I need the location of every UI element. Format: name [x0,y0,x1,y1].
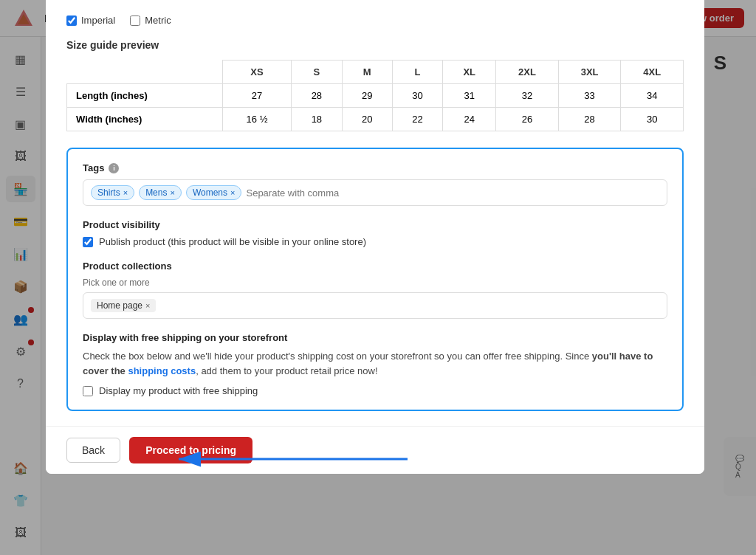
size-guide-title: Size guide preview [66,39,684,51]
units-row: Imperial Metric [66,15,684,26]
collection-text-input[interactable] [160,300,659,311]
cell-length-2xl: 32 [496,84,559,108]
highlighted-section: Tags i Shirts × Mens × Womens × [66,148,684,411]
free-shipping-title: Display with free shipping on your store… [83,332,667,343]
visibility-title: Product visibility [83,219,667,230]
col-header-4xl: 4XL [621,61,684,84]
col-header-2xl: 2XL [496,61,559,84]
tag-shirts: Shirts × [91,185,134,200]
collections-title: Product collections [83,261,667,272]
metric-checkbox[interactable] [130,15,140,26]
imperial-label[interactable]: Imperial [66,15,115,26]
cell-width-m: 20 [342,108,392,131]
cell-width-4xl: 30 [621,108,684,131]
cell-width-2xl: 26 [496,108,559,131]
cell-length-xl: 31 [443,84,496,108]
collection-tag-homepage: Home page × [91,299,156,312]
cell-width-xl: 24 [443,108,496,131]
col-header-empty [67,61,223,84]
free-shipping-checkbox[interactable] [83,386,93,396]
col-header-l: L [392,61,442,84]
imperial-checkbox[interactable] [66,15,77,26]
row-label-length: Length (inches) [67,84,223,108]
tags-section: Tags i Shirts × Mens × Womens × [83,162,667,206]
tag-shirts-text: Shirts [97,187,120,198]
tag-shirts-remove[interactable]: × [123,188,128,197]
col-header-m: M [342,61,392,84]
cell-length-xs: 27 [222,84,291,108]
tags-input[interactable] [246,187,659,199]
modal: Imperial Metric Size guide preview XS S … [46,0,704,474]
col-header-xs: XS [222,61,291,84]
metric-text: Metric [145,15,171,26]
tag-womens-remove[interactable]: × [230,188,235,197]
tag-mens-remove[interactable]: × [170,188,174,197]
tag-mens-text: Mens [145,187,167,198]
table-row: Length (inches) 27 28 29 30 31 32 33 34 [67,84,684,108]
cell-width-s: 18 [292,108,342,131]
collection-homepage-text: Home page [97,300,142,311]
tags-info-icon[interactable]: i [109,163,119,173]
collections-input[interactable]: Home page × [83,292,667,319]
free-shipping-text: Display my product with free shipping [99,385,258,396]
collection-homepage-remove[interactable]: × [145,301,150,310]
cell-length-3xl: 33 [558,84,621,108]
tag-mens: Mens × [139,185,182,200]
size-table: XS S M L XL 2XL 3XL 4XL Length (inches) … [66,60,684,131]
cell-length-l: 30 [392,84,442,108]
imperial-text: Imperial [81,15,115,26]
tags-title: Tags i [83,162,667,173]
cell-width-3xl: 28 [558,108,621,131]
collections-pick-label: Pick one or more [83,278,667,288]
back-button[interactable]: Back [66,438,120,463]
col-header-s: S [292,61,342,84]
cell-width-xs: 16 ½ [222,108,291,131]
free-shipping-section: Display with free shipping on your store… [83,332,667,396]
metric-label[interactable]: Metric [130,15,171,26]
cell-width-l: 22 [392,108,442,131]
table-row: Width (inches) 16 ½ 18 20 22 24 26 28 30 [67,108,684,131]
row-label-width: Width (inches) [67,108,223,131]
col-header-3xl: 3XL [558,61,621,84]
modal-footer: Back Proceed to pricing [46,426,704,474]
cell-length-4xl: 34 [621,84,684,108]
size-table-head: XS S M L XL 2XL 3XL 4XL [67,61,684,84]
size-table-body: Length (inches) 27 28 29 30 31 32 33 34 … [67,84,684,131]
visibility-label[interactable]: Publish product (this product will be vi… [83,236,667,247]
col-header-xl: XL [443,61,496,84]
tag-womens: Womens × [186,185,242,200]
collections-section: Product collections Pick one or more Hom… [83,261,667,319]
cell-length-s: 28 [292,84,342,108]
arrow-annotation [171,437,422,481]
modal-body: Imperial Metric Size guide preview XS S … [46,0,704,426]
cell-length-m: 29 [342,84,392,108]
tag-womens-text: Womens [193,187,227,198]
tags-label: Tags [83,162,104,173]
shipping-costs-link[interactable]: shipping costs [128,365,196,376]
visibility-text: Publish product (this product will be vi… [99,236,366,247]
visibility-section: Product visibility Publish product (this… [83,219,667,247]
visibility-checkbox[interactable] [83,237,93,247]
tags-container[interactable]: Shirts × Mens × Womens × [83,179,667,206]
free-shipping-label[interactable]: Display my product with free shipping [83,385,667,396]
shipping-description: Check the box below and we'll hide your … [83,349,667,378]
